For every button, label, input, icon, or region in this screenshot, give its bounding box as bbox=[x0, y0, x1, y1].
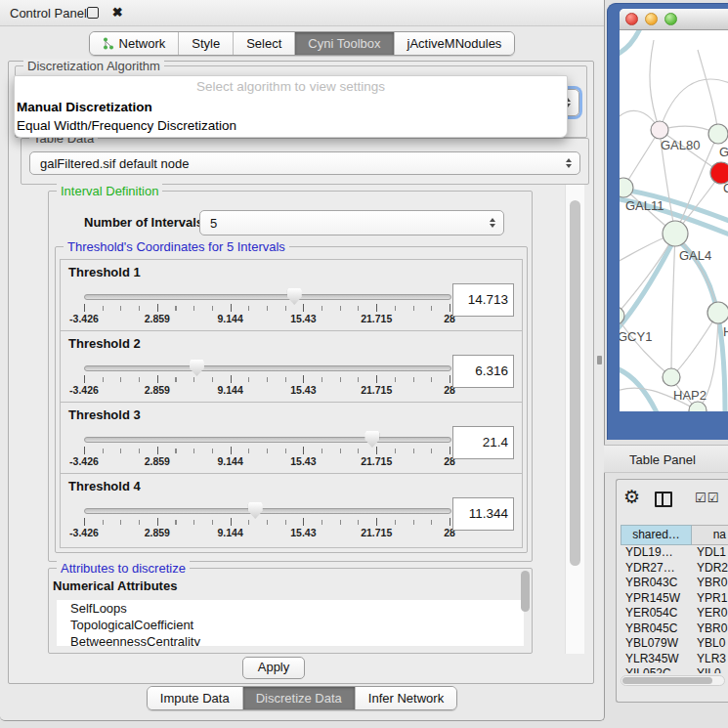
splitter-handle[interactable] bbox=[597, 356, 602, 364]
tab-jactivemnodules[interactable]: jActiveMNodules bbox=[394, 32, 515, 55]
gear-icon[interactable]: ⚙ bbox=[623, 488, 640, 506]
tab-impute-data[interactable]: Impute Data bbox=[148, 687, 242, 709]
table-row[interactable]: YDR27…YDR2 bbox=[621, 561, 728, 577]
scrollbar-thumb[interactable] bbox=[622, 677, 712, 684]
table-cell[interactable]: YBR0 bbox=[692, 576, 728, 591]
network-node-gal11[interactable] bbox=[620, 178, 633, 197]
network-node-gal4[interactable] bbox=[663, 221, 688, 246]
dropdown-hint: Select algorithm to view settings bbox=[15, 76, 567, 98]
slider-thumb[interactable] bbox=[190, 360, 204, 376]
threshold-slider-4[interactable]: -3.4262.8599.14415.4321.71528 bbox=[84, 506, 450, 539]
table-row[interactable]: YIL052CYIL0 bbox=[621, 666, 728, 673]
table-cell[interactable]: YDL19… bbox=[621, 545, 692, 561]
threshold-value-field[interactable]: 6.316 bbox=[452, 355, 514, 388]
table-panel-body: ⚙ ☑☑ shared… na YDL19…YDL1YDR27…YDR2YBR0… bbox=[616, 479, 728, 703]
attribute-list-item[interactable]: TopologicalCoefficient bbox=[57, 617, 524, 633]
group-title: Threshold's Coordinates for 5 Intervals bbox=[64, 239, 289, 254]
attribute-list[interactable]: SelfLoopsTopologicalCoefficientBetweenne… bbox=[57, 600, 524, 646]
tab-select[interactable]: Select bbox=[233, 32, 294, 55]
tab-network[interactable]: Network bbox=[90, 32, 179, 55]
table-cell[interactable]: YBR043C bbox=[621, 576, 692, 591]
slider-track[interactable] bbox=[84, 365, 451, 371]
number-of-intervals-combo[interactable]: 5 bbox=[199, 210, 504, 236]
network-node[interactable] bbox=[708, 124, 728, 144]
column-header-shared[interactable]: shared… bbox=[621, 525, 692, 545]
close-icon[interactable]: ✖ bbox=[112, 8, 123, 18]
network-window[interactable]: GAL80 GA C GAL11 GAL4 H GCY1 HAP2 bbox=[620, 9, 728, 411]
threshold-value-field[interactable]: 14.713 bbox=[452, 283, 514, 317]
float-window-icon[interactable] bbox=[87, 7, 99, 19]
attribute-list-item[interactable]: BetweennessCentrality bbox=[57, 633, 524, 646]
network-node-hap2[interactable] bbox=[663, 368, 680, 386]
table-cell[interactable]: YBR045C bbox=[621, 621, 692, 637]
table-cell[interactable]: YER0 bbox=[692, 606, 728, 621]
table-horizontal-scrollbar[interactable] bbox=[621, 675, 725, 686]
table-cell[interactable]: YPR145W bbox=[621, 591, 692, 607]
table-cell[interactable]: YIL052C bbox=[621, 666, 692, 673]
threshold-value-field[interactable]: 11.344 bbox=[452, 497, 514, 531]
table-row[interactable]: YDL19…YDL1 bbox=[621, 545, 728, 561]
cyni-toolbox-panel: Discretization Algorithm Select algorith… bbox=[8, 61, 594, 684]
dropdown-option-equal-width[interactable]: Equal Width/Frequency Discretization bbox=[15, 116, 567, 135]
slider-track[interactable] bbox=[84, 508, 451, 514]
table-cell[interactable]: YER054C bbox=[621, 606, 692, 621]
attribute-list-item[interactable]: SelfLoops bbox=[57, 600, 524, 617]
tab-discretize-data[interactable]: Discretize Data bbox=[242, 687, 355, 709]
slider-tick-labels: -3.4262.8599.14415.4321.71528 bbox=[84, 313, 450, 324]
minimize-traffic-light-icon[interactable] bbox=[645, 13, 658, 25]
settings-scrollbar[interactable] bbox=[565, 185, 584, 654]
threshold-slider-2[interactable]: -3.4262.8599.14415.4321.71528 bbox=[84, 364, 450, 397]
network-node[interactable] bbox=[707, 302, 728, 323]
dropdown-option-manual[interactable]: Manual Discretization bbox=[15, 98, 567, 116]
node-label-gal4: GAL4 bbox=[679, 248, 711, 263]
slider-major-ticks bbox=[84, 518, 450, 526]
table-row[interactable]: YLR345WYLR3 bbox=[621, 652, 728, 667]
table-cell[interactable]: YBR0 bbox=[692, 621, 728, 637]
table-cell[interactable]: YDL1 bbox=[692, 545, 728, 561]
table-cell[interactable]: YDR27… bbox=[621, 561, 692, 577]
tab-infer-network[interactable]: Infer Network bbox=[355, 687, 456, 709]
threshold-slider-1[interactable]: -3.4262.8599.14415.4321.71528 bbox=[84, 292, 450, 325]
attribute-list-scrollbar[interactable] bbox=[521, 571, 530, 612]
table-cell[interactable]: YDR2 bbox=[692, 561, 728, 577]
scrollbar-thumb[interactable] bbox=[570, 200, 580, 566]
tab-style[interactable]: Style bbox=[178, 32, 233, 55]
slider-thumb[interactable] bbox=[287, 288, 302, 305]
algorithm-dropdown-popup: Select algorithm to view settings Manual… bbox=[14, 75, 568, 138]
table-row[interactable]: YBR043CYBR0 bbox=[621, 576, 728, 591]
tab-cyni-toolbox[interactable]: Cyni Toolbox bbox=[294, 32, 393, 55]
table-row[interactable]: YPR145WYPR1 bbox=[621, 591, 728, 607]
close-traffic-light-icon[interactable] bbox=[625, 13, 638, 25]
apply-button[interactable]: Apply bbox=[242, 657, 305, 679]
table-cell[interactable]: YIL0 bbox=[692, 666, 728, 673]
threshold-label: Threshold 4 bbox=[68, 479, 141, 493]
table-panel-title: Table Panel bbox=[629, 452, 696, 467]
node-label-clipped: C bbox=[723, 181, 728, 195]
table-cell[interactable]: YPR1 bbox=[692, 591, 728, 607]
table-row[interactable]: YER054CYER0 bbox=[621, 606, 728, 621]
threshold-panel-4: Threshold 4 -3.4262.8599.14415.4321.7152… bbox=[61, 474, 522, 544]
table-row[interactable]: YBL079WYBL0 bbox=[621, 636, 728, 652]
network-canvas[interactable]: GAL80 GA C GAL11 GAL4 H GCY1 HAP2 bbox=[620, 30, 728, 411]
network-window-titlebar bbox=[620, 9, 728, 30]
network-node-gal80[interactable] bbox=[651, 121, 668, 139]
table-row[interactable]: YBR045CYBR0 bbox=[621, 621, 728, 637]
slider-thumb[interactable] bbox=[364, 431, 379, 448]
slider-tick-labels: -3.4262.8599.14415.4321.71528 bbox=[84, 527, 450, 538]
table-cell[interactable]: YBL079W bbox=[621, 636, 692, 652]
slider-thumb[interactable] bbox=[248, 502, 263, 519]
slider-track[interactable] bbox=[84, 437, 451, 443]
threshold-value-field[interactable]: 21.4 bbox=[452, 426, 514, 459]
table-cell[interactable]: YLR345W bbox=[621, 652, 692, 667]
threshold-slider-3[interactable]: -3.4262.8599.14415.4321.71528 bbox=[84, 435, 450, 468]
checkbox-icons[interactable]: ☑☑ bbox=[695, 491, 719, 505]
table-data-combo[interactable]: galFiltered.sif default node bbox=[29, 151, 580, 175]
network-view-frame[interactable]: GAL80 GA C GAL11 GAL4 H GCY1 HAP2 bbox=[607, 3, 728, 440]
table-cell[interactable]: YBL0 bbox=[692, 636, 728, 652]
column-header-name[interactable]: na bbox=[692, 525, 728, 545]
table-cell[interactable]: YLR3 bbox=[692, 652, 728, 667]
slider-track[interactable] bbox=[84, 294, 451, 300]
split-columns-icon[interactable] bbox=[655, 492, 672, 507]
slider-major-ticks bbox=[84, 304, 450, 312]
zoom-traffic-light-icon[interactable] bbox=[664, 13, 677, 25]
